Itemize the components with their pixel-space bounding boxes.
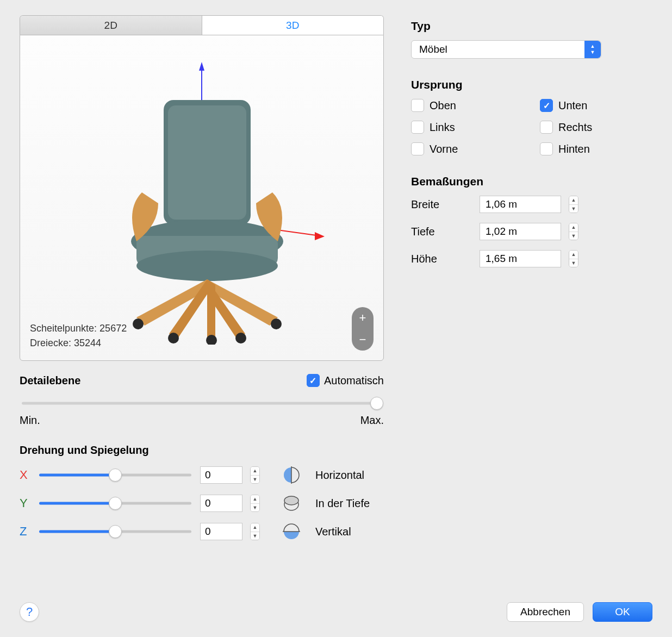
depth-input[interactable] (480, 223, 561, 240)
svg-marker-3 (315, 232, 325, 240)
rotation-y-stepper[interactable]: ▲ ▼ (250, 495, 260, 512)
svg-point-12 (271, 318, 282, 329)
svg-rect-7 (168, 105, 246, 220)
chevron-up-icon[interactable]: ▲ (569, 196, 578, 205)
rotation-z-input[interactable] (200, 523, 242, 540)
svg-point-14 (235, 333, 246, 344)
help-button[interactable]: ? (20, 602, 39, 622)
svg-point-18 (284, 496, 298, 505)
mirror-horizontal-button[interactable] (282, 465, 301, 485)
rotation-header: Drehung und Spiegelung (20, 444, 384, 457)
typ-header: Typ (411, 20, 652, 33)
svg-point-13 (168, 333, 179, 344)
chevron-down-icon[interactable]: ▼ (251, 476, 259, 484)
ok-button[interactable]: OK (593, 602, 652, 622)
origin-top-label: Oben (430, 99, 456, 112)
rotation-x-stepper[interactable]: ▲ ▼ (250, 466, 260, 484)
svg-point-10 (136, 251, 278, 281)
automatic-checkbox[interactable] (307, 374, 320, 387)
detail-level-label: Detailebene (20, 374, 80, 387)
origin-bottom-checkbox[interactable] (540, 99, 553, 112)
height-label: Höhe (411, 253, 471, 265)
mirror-depth-button[interactable] (282, 494, 301, 513)
chair-model-icon (77, 51, 327, 345)
depth-label: Tiefe (411, 226, 471, 238)
origin-front-label: Vorne (430, 143, 458, 155)
origin-front-checkbox[interactable] (411, 142, 424, 155)
automatic-label: Automatisch (324, 374, 384, 387)
tab-3d[interactable]: 3D (202, 16, 384, 35)
chevron-up-icon[interactable]: ▲ (251, 467, 259, 476)
rotation-x-input[interactable] (200, 466, 242, 484)
mirror-vertical-label: Vertikal (315, 526, 351, 538)
detail-min-label: Min. (20, 414, 40, 427)
width-stepper[interactable]: ▲ ▼ (569, 196, 578, 213)
width-label: Breite (411, 198, 471, 211)
zoom-in-button[interactable]: + (359, 312, 366, 324)
mirror-depth-label: In der Tiefe (315, 497, 370, 510)
zoom-control: + − (352, 307, 374, 351)
origin-bottom-label: Unten (558, 99, 587, 112)
origin-grid: Oben Unten Links Rechts Vorne Hinten (411, 99, 652, 155)
chevron-up-icon[interactable]: ▲ (569, 251, 578, 259)
detail-max-label: Max. (360, 414, 384, 427)
select-arrows-icon: ▲▼ (584, 41, 601, 58)
svg-marker-1 (199, 62, 204, 71)
zoom-out-button[interactable]: − (359, 334, 366, 346)
mirror-vertical-button[interactable] (282, 522, 301, 541)
axis-y-label: Y (20, 496, 30, 510)
chevron-up-icon[interactable]: ▲ (251, 523, 259, 532)
rotation-x-slider[interactable] (39, 469, 191, 482)
rotation-y-input[interactable] (200, 495, 242, 512)
chevron-up-icon[interactable]: ▲ (569, 223, 578, 232)
axis-x-label: X (20, 468, 30, 482)
origin-left-label: Links (430, 121, 455, 134)
origin-header: Ursprung (411, 78, 652, 91)
height-input[interactable] (480, 250, 561, 267)
chevron-down-icon[interactable]: ▼ (569, 205, 578, 213)
height-stepper[interactable]: ▲ ▼ (569, 250, 578, 267)
mesh-stats: Scheitelpunkte: 25672 Dreiecke: 35244 (30, 321, 127, 351)
origin-left-checkbox[interactable] (411, 121, 424, 134)
tab-2d[interactable]: 2D (20, 16, 202, 35)
origin-right-label: Rechts (558, 121, 592, 134)
mirror-horizontal-label: Horizontal (315, 469, 364, 482)
axis-z-label: Z (20, 524, 30, 539)
automatic-checkbox-row: Automatisch (307, 374, 384, 387)
origin-back-label: Hinten (558, 143, 590, 155)
typ-select[interactable]: Möbel ▲▼ (411, 40, 601, 59)
chevron-down-icon[interactable]: ▼ (251, 504, 259, 512)
dimensions-header: Bemaßungen (411, 175, 652, 188)
width-input[interactable] (480, 196, 561, 213)
typ-select-value: Möbel (419, 43, 447, 55)
origin-back-checkbox[interactable] (540, 142, 553, 155)
chevron-down-icon[interactable]: ▼ (569, 232, 578, 240)
depth-stepper[interactable]: ▲ ▼ (569, 223, 578, 240)
cancel-button[interactable]: Abbrechen (507, 602, 584, 622)
rotation-y-slider[interactable] (39, 497, 191, 510)
detail-slider[interactable] (20, 397, 384, 410)
chevron-up-icon[interactable]: ▲ (251, 495, 259, 504)
chevron-down-icon[interactable]: ▼ (251, 532, 259, 540)
svg-point-11 (133, 318, 144, 329)
rotation-z-slider[interactable] (39, 525, 191, 538)
origin-top-checkbox[interactable] (411, 99, 424, 112)
rotation-z-stepper[interactable]: ▲ ▼ (250, 523, 260, 540)
viewport-3d[interactable]: Scheitelpunkte: 25672 Dreiecke: 35244 + … (20, 35, 384, 361)
chevron-down-icon[interactable]: ▼ (569, 259, 578, 267)
origin-right-checkbox[interactable] (540, 121, 553, 134)
view-tabs: 2D 3D (20, 15, 384, 35)
